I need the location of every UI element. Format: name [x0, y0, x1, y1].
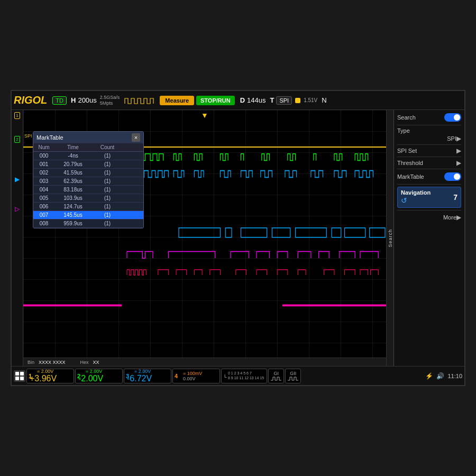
divider1 [397, 125, 461, 125]
d-label: D [240, 96, 245, 104]
main-area: 1 2 ▶ ▷ ▼ SPI [12, 110, 464, 366]
ch1-offset: +3.96V [30, 374, 71, 383]
gi-wave-icon [271, 376, 281, 381]
svg-rect-3 [241, 228, 267, 237]
l-channel-numbers: 0 1 2 3 4 5 6 7 8 9 10 11 12 13 14 15 [228, 371, 264, 380]
mark-table-title: MarkTable [36, 134, 63, 141]
table-row[interactable]: 003 62.39us (1) [33, 177, 143, 186]
divider5 [397, 184, 461, 185]
spi-type-label: SPI [447, 135, 456, 142]
hex-value: XX [93, 360, 99, 365]
svg-rect-6 [332, 228, 341, 237]
spi-set-label: SPI Set [397, 148, 417, 154]
ch3-offset: -6.72V [127, 374, 168, 383]
ch3-status[interactable]: 3 = 2.00V -6.72V [124, 369, 171, 383]
spi-type-row[interactable]: SPI ▶ [397, 135, 461, 142]
table-row[interactable]: 001 20.79us (1) [33, 160, 143, 169]
more-label: More [443, 214, 456, 221]
gi-button[interactable]: GI [268, 369, 284, 383]
ch4-voltage: = 100mV [183, 371, 217, 376]
gii-label: GII [290, 371, 296, 376]
gii-wave-icon [288, 376, 298, 381]
ch4-offset: 0.00V [183, 376, 217, 381]
threshold-label: Threshold [397, 160, 423, 166]
mark-table: MarkTable × Num Time Count 000 -4ns (1) … [33, 131, 144, 228]
gii-button[interactable]: GII [285, 369, 301, 383]
right-panel-wrapper: Search Search Type SPI ▶ [386, 110, 464, 366]
type-label: Type [397, 127, 410, 134]
ch4-status[interactable]: 4 = 100mV 0.00V [172, 369, 220, 383]
trigger-marker: ▼ [201, 111, 208, 120]
bottom-bar: 1 = 2.00V +3.96V 2 = 2.00V -2.00V 3 = 2.… [12, 366, 464, 385]
rigol-logo: RIGOL [14, 94, 47, 106]
bin-label: Bin [28, 360, 34, 365]
ch-arrow: ▶ [15, 176, 20, 183]
navigation-icon: ↺ [401, 196, 407, 205]
search-vertical-tab: Search [387, 110, 394, 366]
table-row[interactable]: 008 959.9us (1) [33, 219, 143, 228]
ch4-number: 4 [175, 373, 178, 379]
svg-rect-1 [179, 228, 220, 237]
l-status[interactable]: L 0 1 2 3 4 5 6 7 8 9 10 11 12 13 14 15 [221, 369, 267, 383]
table-row[interactable]: 004 83.18us (1) [33, 186, 143, 194]
mark-table-close-button[interactable]: × [132, 133, 140, 142]
ch1-status[interactable]: 1 = 2.00V +3.96V [26, 369, 74, 383]
spi-set-row[interactable]: SPI Set ▶ [397, 147, 461, 154]
trigger-wave-icon [124, 96, 155, 105]
svg-rect-5 [296, 228, 327, 237]
right-panel-content: Search Type SPI ▶ SPI Set ▶ [394, 110, 464, 366]
left-margin: 1 2 ▶ ▷ [12, 110, 23, 366]
time-display: ⚡ 🔊 11:10 [425, 372, 462, 380]
more-row[interactable]: More ▶ [397, 213, 461, 222]
table-row[interactable]: 005 103.9us (1) [33, 194, 143, 203]
bin-hex-strip: Bin XXXX XXXX Hex XX [23, 358, 386, 366]
grid-menu-icon[interactable] [14, 370, 25, 382]
spi-type-arrow: ▶ [456, 135, 461, 142]
ch1-number: 1 [29, 373, 32, 379]
ch3-number: 3 [126, 373, 129, 379]
bin-value: XXXX XXXX [39, 360, 66, 365]
type-row[interactable]: Type [397, 127, 461, 134]
search-toggle[interactable] [444, 113, 461, 122]
table-row[interactable]: 002 41.59us (1) [33, 169, 143, 177]
svg-rect-2 [225, 228, 232, 237]
clock-time: 11:10 [447, 373, 462, 379]
table-row-selected[interactable]: 007 145.5us (1) [33, 211, 143, 219]
speaker-icon: 🔊 [436, 372, 444, 380]
gi-label: GI [273, 371, 279, 376]
col-num: Num [33, 143, 54, 151]
ch2-status[interactable]: 2 = 2.00V -2.00V [75, 369, 123, 383]
search-label: Search [397, 114, 416, 121]
ch3-voltage: = 2.00V [134, 369, 168, 374]
ch2-voltage: = 2.00V [86, 369, 120, 374]
t-label: T [270, 96, 274, 104]
divider4 [397, 169, 461, 169]
table-row[interactable]: 000 -4ns (1) [33, 152, 143, 160]
navigation-number: 7 [453, 193, 457, 202]
measure-button[interactable]: Measure [160, 96, 194, 105]
svg-rect-8 [370, 228, 385, 237]
divider6 [397, 210, 461, 210]
col-count: Count [91, 143, 123, 151]
spi-label: SPI [24, 133, 32, 139]
more-arrow: ▶ [456, 214, 461, 221]
ch2-number: 2 [77, 373, 80, 379]
sample-info: 2.5GSa/s 5Mpts [100, 95, 120, 106]
navigation-title: Navigation [401, 189, 431, 196]
navigation-box: Navigation ↺ 7 [397, 187, 461, 208]
ch1-color-indicator [295, 98, 300, 103]
top-bar: RIGOL TD H 200us 2.5GSa/s 5Mpts Measure … [12, 91, 464, 110]
threshold-row[interactable]: Threshold ▶ [397, 159, 461, 167]
d-value: 144us [247, 96, 266, 104]
table-row[interactable]: 006 124.7us (1) [33, 203, 143, 211]
ch1-indicator: 1 [14, 112, 20, 119]
marktable-toggle[interactable] [444, 172, 461, 181]
n-label: N [322, 96, 326, 104]
search-row: Search [397, 112, 461, 123]
divider3 [397, 157, 461, 157]
l-label: L [224, 373, 227, 379]
svg-rect-4 [272, 228, 290, 237]
spi-set-arrow: ▶ [456, 147, 461, 154]
stop-run-button[interactable]: STOP/RUN [196, 96, 235, 105]
h-label: H [71, 96, 76, 104]
